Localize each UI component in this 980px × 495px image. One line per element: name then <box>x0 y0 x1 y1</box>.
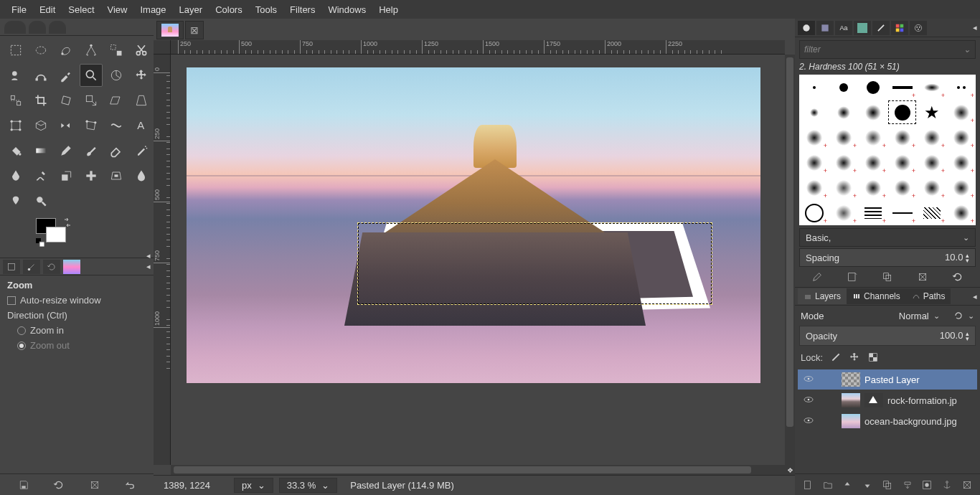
units-dropdown[interactable]: px⌄ <box>234 478 273 493</box>
foreground-select-tool[interactable] <box>4 64 27 87</box>
channels-tab[interactable]: Channels <box>847 288 906 304</box>
delete-options-icon[interactable] <box>86 476 103 494</box>
brush-filter-input[interactable]: filter⌄ <box>799 40 976 59</box>
background-swatch[interactable] <box>46 227 66 242</box>
edit-brush-icon[interactable] <box>809 269 826 285</box>
visibility-icon[interactable] <box>803 373 816 387</box>
layer-item[interactable]: ocean-background.jpg <box>798 411 977 431</box>
opacity-slider[interactable]: Opacity100.0 ▴▾ <box>799 326 976 346</box>
auto-resize-checkbox[interactable] <box>7 296 16 305</box>
bucket-fill-tool[interactable] <box>4 139 27 162</box>
eraser-tool[interactable] <box>105 139 128 162</box>
handle-transform-tool[interactable] <box>29 114 52 137</box>
crop-tool[interactable] <box>29 89 52 112</box>
zoom-tool[interactable] <box>80 64 103 87</box>
menu-edit[interactable]: Edit <box>34 1 61 18</box>
menu-windows[interactable]: Windows <box>322 1 372 18</box>
color-swatches[interactable] <box>36 218 154 254</box>
lock-alpha-icon[interactable] <box>867 352 879 363</box>
rect-select-tool[interactable] <box>4 39 27 62</box>
clone-tool[interactable] <box>55 164 77 187</box>
restore-options-icon[interactable] <box>50 476 67 494</box>
save-options-icon[interactable] <box>15 476 32 494</box>
brushes-tab[interactable] <box>798 21 815 35</box>
document-tab-close[interactable]: ⊠ <box>185 21 204 39</box>
layer-name[interactable]: ocean-background.jpg <box>864 416 957 427</box>
navigation-icon[interactable]: ❖ <box>785 465 795 475</box>
swap-colors-icon[interactable] <box>63 218 72 227</box>
tool-options-tab[interactable] <box>3 260 20 274</box>
refresh-brush-icon[interactable] <box>949 269 966 285</box>
paths-tool[interactable] <box>29 64 52 87</box>
menu-colors[interactable]: Colors <box>209 1 248 18</box>
text-tool[interactable]: A <box>130 114 153 137</box>
flip-tool[interactable] <box>55 114 77 137</box>
free-select-tool[interactable] <box>55 39 77 62</box>
images-tab[interactable] <box>63 260 80 274</box>
dodge-tool[interactable] <box>29 189 52 212</box>
raise-layer-icon[interactable] <box>839 477 855 493</box>
anchor-layer-icon[interactable] <box>939 477 955 493</box>
document-tab[interactable] <box>156 21 184 39</box>
ellipse-select-tool[interactable] <box>29 39 52 62</box>
panel-collapse-icon[interactable]: ◂ <box>146 251 151 260</box>
menu-file[interactable]: File <box>6 1 32 18</box>
document-history-tab[interactable] <box>910 21 927 35</box>
menu-select[interactable]: Select <box>62 1 100 18</box>
duplicate-brush-icon[interactable] <box>879 269 896 285</box>
move-tool[interactable] <box>130 64 153 87</box>
visibility-icon[interactable] <box>803 394 816 407</box>
new-layer-group-icon[interactable] <box>820 477 836 493</box>
menu-filters[interactable]: Filters <box>284 1 321 18</box>
visibility-icon[interactable] <box>803 415 816 428</box>
rotate-tool[interactable] <box>55 89 77 112</box>
scrollbar-vertical[interactable] <box>785 55 795 465</box>
scale-tool[interactable] <box>80 89 103 112</box>
gradients-tab[interactable] <box>854 21 871 35</box>
zoom-in-radio[interactable] <box>17 326 26 335</box>
canvas-viewport[interactable] <box>171 55 785 465</box>
smudge-tool[interactable] <box>4 189 27 212</box>
ruler-horizontal[interactable]: 250500750100012501500175020002250 <box>171 40 785 55</box>
mypaint-tool[interactable] <box>29 164 52 187</box>
canvas[interactable] <box>187 67 760 383</box>
menu-layer[interactable]: Layer <box>174 1 209 18</box>
close-icon[interactable]: ⊠ <box>187 24 202 36</box>
airbrush-tool[interactable] <box>130 139 153 162</box>
menu-view[interactable]: View <box>102 1 133 18</box>
reset-colors-icon[interactable] <box>36 238 44 247</box>
cage-tool[interactable] <box>80 114 103 137</box>
tool-presets-tab[interactable] <box>872 21 890 35</box>
layers-tab[interactable]: Layers <box>798 288 847 304</box>
new-layer-icon[interactable] <box>800 477 816 493</box>
measure-tool[interactable] <box>105 64 128 87</box>
brush-spacing-slider[interactable]: Spacing10.0 ▴▾ <box>799 248 976 267</box>
mode-dropdown[interactable]: Normal⌄ ⌄ <box>829 311 974 321</box>
delete-brush-icon[interactable] <box>914 269 931 285</box>
ruler-vertical[interactable]: 02505007501000 <box>154 55 171 465</box>
unified-transform-tool[interactable] <box>4 114 27 137</box>
brush-grid[interactable]: +++ ★+ ++++++ ++++++ ++++++ ++++++ <box>799 75 976 225</box>
paintbrush-tool[interactable] <box>80 139 103 162</box>
duplicate-layer-icon[interactable] <box>880 477 895 493</box>
lock-position-icon[interactable] <box>849 352 860 363</box>
perspective-clone-tool[interactable] <box>105 164 128 187</box>
device-status-tab[interactable] <box>23 260 40 274</box>
perspective-tool[interactable] <box>130 89 153 112</box>
panel-menu-icon[interactable]: ◂ <box>146 262 151 271</box>
menu-help[interactable]: Help <box>373 1 404 18</box>
zoom-out-radio[interactable] <box>17 341 26 350</box>
fuzzy-select-tool[interactable] <box>80 39 103 62</box>
layer-item[interactable]: rock-formation.jp <box>798 390 977 410</box>
pencil-tool[interactable] <box>55 139 77 162</box>
undo-history-tab[interactable] <box>43 260 60 274</box>
scrollbar-horizontal[interactable] <box>171 465 785 475</box>
warp-tool[interactable] <box>105 114 128 137</box>
reset-options-icon[interactable] <box>121 476 138 494</box>
fonts-tab[interactable]: Aa <box>835 21 852 35</box>
by-color-select-tool[interactable] <box>105 39 128 62</box>
merge-down-icon[interactable] <box>900 477 915 493</box>
menu-image[interactable]: Image <box>134 1 171 18</box>
panel-menu-icon[interactable]: ◂ <box>973 292 977 301</box>
mask-layer-icon[interactable] <box>919 477 935 493</box>
